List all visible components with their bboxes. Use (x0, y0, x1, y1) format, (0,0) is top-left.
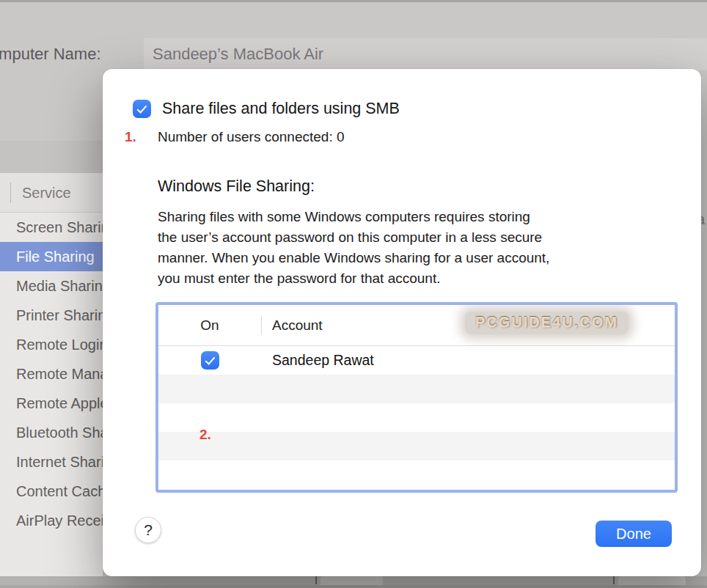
question-mark-icon: ? (144, 521, 153, 539)
window-top-edge (0, 0, 707, 2)
table-row-empty (158, 403, 675, 432)
account-name: Sandeep Rawat (261, 352, 374, 369)
sidebar-item-screen-sharing[interactable]: Screen Sharing (0, 213, 103, 242)
service-column-header: Service (0, 173, 103, 213)
computer-name-value: Sandeep’s MacBook Air (153, 45, 323, 63)
annotation-step-2: 2. (199, 427, 211, 443)
sidebar-item-internet-sharing[interactable]: Internet Sharing (0, 447, 103, 477)
account-table: On Account PCGUIDE4U.COM Sandeep Rawat 2… (155, 302, 678, 493)
table-row-account[interactable]: Sandeep Rawat (158, 346, 675, 375)
service-sidebar: Screen Sharing File Sharing Media Sharin… (0, 213, 103, 576)
sidebar-item-remote-apple-events[interactable]: Remote Apple Events (0, 389, 103, 418)
sidebar-item-airplay-receiver[interactable]: AirPlay Receiver (0, 506, 103, 535)
sidebar-top-band (0, 141, 103, 173)
sidebar-item-printer-sharing[interactable]: Printer Sharing (0, 301, 103, 330)
windows-file-sharing-description: Sharing files with some Windows computer… (158, 207, 549, 289)
description-line: Sharing files with some Windows computer… (158, 207, 549, 227)
table-row-empty (158, 375, 675, 403)
account-table-header: On Account PCGUIDE4U.COM (158, 305, 675, 346)
sidebar-item-remote-login[interactable]: Remote Login (0, 330, 103, 359)
users-connected-text: Number of users connected: 0 (158, 129, 345, 145)
sidebar-item-bluetooth-sharing[interactable]: Bluetooth Sharing (0, 418, 103, 447)
smb-enabled-checkbox[interactable] (133, 100, 151, 118)
annotation-step-1: 1. (125, 129, 136, 145)
smb-checkbox-row: Share files and folders using SMB (133, 100, 400, 118)
column-divider (10, 183, 11, 203)
description-line: you must enter the password for that acc… (158, 268, 549, 289)
footer-divider (613, 576, 615, 584)
smb-checkbox-label: Share files and folders using SMB (162, 100, 400, 118)
sidebar-item-media-sharing[interactable]: Media Sharing (0, 271, 103, 301)
windows-file-sharing-title: Windows File Sharing: (158, 177, 315, 196)
sidebar-item-file-sharing[interactable]: File Sharing (0, 242, 103, 271)
done-button-label: Done (616, 526, 651, 543)
sidebar-item-content-caching[interactable]: Content Caching (0, 477, 103, 506)
account-enabled-checkbox[interactable] (201, 351, 219, 370)
help-button[interactable]: ? (135, 517, 161, 543)
checkmark-icon (137, 103, 147, 113)
table-row-empty (158, 432, 675, 460)
row-on-cell (158, 351, 261, 370)
smb-options-dialog: Share files and folders using SMB 1. Num… (103, 69, 701, 576)
computer-name-label: Computer Name: (0, 38, 101, 70)
column-header-on: On (158, 317, 261, 334)
description-line: the user’s account password on this comp… (158, 227, 549, 248)
sidebar-item-remote-management[interactable]: Remote Management (0, 359, 103, 389)
footer-divider (315, 576, 317, 584)
window-bottom-edge (0, 585, 707, 588)
checkmark-icon (205, 354, 215, 364)
table-row-empty (158, 460, 675, 489)
done-button[interactable]: Done (596, 521, 672, 547)
description-line: manner. When you enable Windows sharing … (158, 248, 549, 268)
column-header-account: Account (262, 317, 323, 334)
computer-name-input[interactable]: Sandeep’s MacBook Air (144, 38, 707, 70)
watermark-text: PCGUIDE4U.COM (465, 312, 629, 334)
service-header-label: Service (22, 185, 71, 201)
